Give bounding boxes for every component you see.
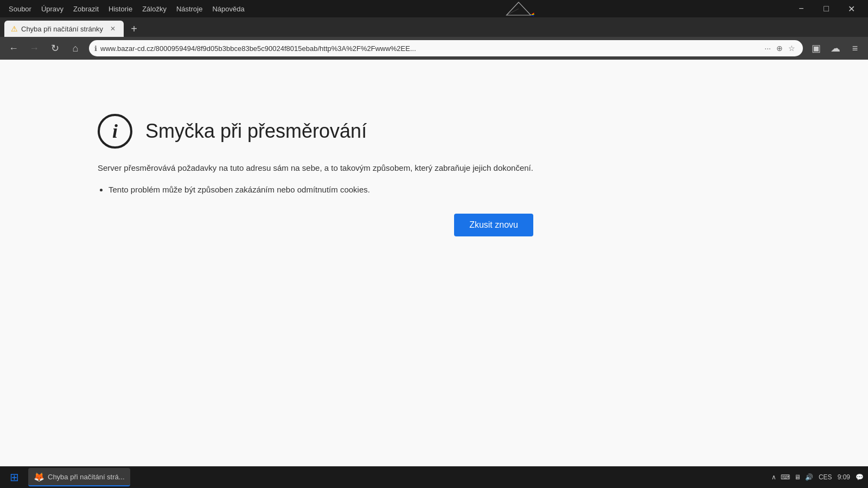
tab-warning-icon: ⚠ bbox=[11, 24, 18, 33]
svg-line-1 bbox=[507, 9, 519, 15]
menu-upravy[interactable]: Úpravy bbox=[37, 3, 68, 15]
locale-label: CES bbox=[819, 473, 832, 481]
time-label: 9:09 bbox=[838, 473, 850, 481]
error-body: Server přesměrovává požadavky na tuto ad… bbox=[98, 162, 533, 196]
navigation-toolbar: ← → ↻ ⌂ ℹ ··· ⊕ ☆ ▣ ☁ ≡ bbox=[0, 37, 868, 60]
tab-title: Chyba při načítání stránky bbox=[21, 25, 103, 33]
menu-bar: Soubor Úpravy Zobrazit Historie Záložky … bbox=[4, 3, 249, 15]
system-tray: ∧ ⌨ 🖥 🔊 bbox=[771, 473, 813, 481]
tray-expand-icon[interactable]: ∧ bbox=[771, 473, 776, 481]
toolbar-right: ▣ ☁ ≡ bbox=[807, 40, 864, 57]
menu-napoveda[interactable]: Nápověda bbox=[208, 3, 248, 15]
reload-button[interactable]: ↻ bbox=[46, 39, 64, 57]
menu-historie[interactable]: Historie bbox=[104, 3, 137, 15]
firefox-icon: 🦊 bbox=[34, 472, 44, 482]
minimize-button[interactable]: − bbox=[789, 0, 814, 17]
error-list-item: Tento problém může být způsoben zakázání… bbox=[108, 183, 533, 196]
taskbar-right: ∧ ⌨ 🖥 🔊 CES 9:09 💬 bbox=[771, 473, 864, 481]
windows-icon: ⊞ bbox=[10, 471, 19, 484]
active-tab[interactable]: ⚠ Chyba při načítání stránky ✕ bbox=[4, 21, 124, 37]
sync-button[interactable]: ☁ bbox=[827, 40, 844, 57]
start-button[interactable]: ⊞ bbox=[4, 467, 24, 487]
network-monitor-icon: 🖥 bbox=[794, 473, 801, 481]
menu-button[interactable]: ≡ bbox=[846, 40, 864, 57]
more-button[interactable]: ··· bbox=[762, 43, 773, 54]
error-title: Smyčka při přesměrování bbox=[145, 120, 367, 143]
menu-nastroje[interactable]: Nástroje bbox=[172, 3, 207, 15]
address-bar-actions: ··· ⊕ ☆ bbox=[762, 43, 797, 54]
close-button[interactable]: ✕ bbox=[839, 0, 864, 17]
menu-soubor[interactable]: Soubor bbox=[4, 3, 36, 15]
taskbar-left: ⊞ 🦊 Chyba při načítání strá... bbox=[4, 467, 130, 487]
address-bar-container: ℹ ··· ⊕ ☆ bbox=[89, 40, 803, 56]
library-button[interactable]: ▣ bbox=[807, 40, 825, 57]
home-button[interactable]: ⌂ bbox=[66, 39, 85, 57]
taskbar-app-title: Chyba při načítání strá... bbox=[48, 473, 125, 481]
menu-zalozky[interactable]: Záložky bbox=[138, 3, 171, 15]
bookmark-button[interactable]: ☆ bbox=[786, 43, 797, 54]
keyboard-icon: ⌨ bbox=[781, 473, 790, 481]
titlebar: Soubor Úpravy Zobrazit Historie Záložky … bbox=[0, 0, 868, 17]
address-input[interactable] bbox=[100, 44, 759, 53]
new-tab-button[interactable]: + bbox=[126, 21, 142, 37]
error-header: i Smyčka při přesměrování bbox=[98, 114, 533, 149]
pocket-button[interactable]: ⊕ bbox=[774, 43, 785, 54]
notification-icon[interactable]: 💬 bbox=[856, 473, 864, 481]
tab-bar: ⚠ Chyba při načítání stránky ✕ + bbox=[0, 17, 868, 37]
forward-button[interactable]: → bbox=[25, 39, 43, 57]
taskbar: ⊞ 🦊 Chyba při načítání strá... ∧ ⌨ 🖥 🔊 C… bbox=[0, 466, 868, 488]
error-container: i Smyčka při přesměrování Server přesměr… bbox=[98, 114, 533, 236]
error-list: Tento problém může být způsoben zakázání… bbox=[108, 183, 533, 196]
button-row: Zkusit znovu bbox=[98, 209, 533, 236]
window-controls: − □ ✕ bbox=[789, 0, 864, 17]
tab-close-button[interactable]: ✕ bbox=[108, 24, 117, 33]
info-icon: i bbox=[98, 114, 132, 149]
maximize-button[interactable]: □ bbox=[814, 0, 839, 17]
page-content: i Smyčka při přesměrování Server přesměr… bbox=[0, 60, 868, 466]
app-logo bbox=[502, 0, 535, 17]
back-button[interactable]: ← bbox=[4, 39, 23, 57]
retry-button[interactable]: Zkusit znovu bbox=[454, 214, 533, 236]
security-icon: ℹ bbox=[94, 44, 97, 53]
volume-icon: 🔊 bbox=[805, 473, 813, 481]
menu-zobrazit[interactable]: Zobrazit bbox=[69, 3, 103, 15]
taskbar-firefox-app[interactable]: 🦊 Chyba při načítání strá... bbox=[28, 468, 130, 486]
error-description: Server přesměrovává požadavky na tuto ad… bbox=[98, 162, 533, 175]
